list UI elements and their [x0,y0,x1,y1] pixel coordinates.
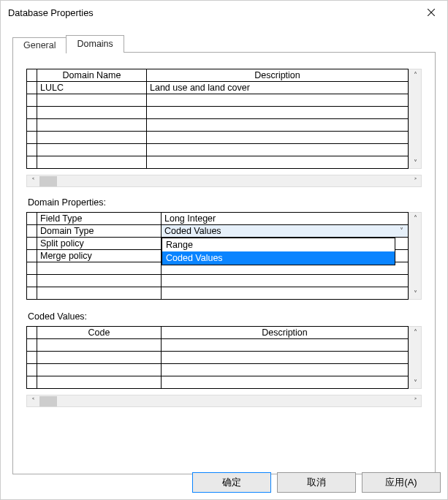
table-row[interactable]: LULCLand use and land cover [27,82,409,94]
table-row[interactable] [27,107,409,119]
tab-general[interactable]: General [12,37,67,53]
merge-policy-label-cell: Merge policy [37,250,162,262]
domain-properties-label: Domain Properties: [28,197,422,208]
field-type-value-cell[interactable]: Long Integer [162,213,409,225]
field-type-label-cell: Field Type [37,213,162,225]
dropdown-option-coded-values[interactable]: Coded Values [162,251,395,265]
scroll-up-icon[interactable]: ˄ [409,69,421,80]
coded-values-table[interactable]: Code Description [26,326,409,389]
domain-desc-cell[interactable]: Land use and land cover [147,82,409,94]
tab-strip: General Domains [12,34,436,52]
domain-name-cell[interactable]: LULC [37,82,147,94]
content-area: General Domains Domain Name Description … [1,24,447,474]
table-row[interactable] [27,94,409,107]
table-row[interactable] [27,144,409,156]
table-row[interactable] [27,376,409,389]
coded-values-label: Coded Values: [28,311,422,322]
tab-domains[interactable]: Domains [66,35,124,53]
properties-vertical-scrollbar[interactable]: ˄ ˅ [409,212,422,300]
table-row[interactable] [27,275,409,287]
split-policy-label-cell: Split policy [37,238,162,250]
domain-type-combobox[interactable]: Coded Values ˅ [162,225,409,238]
scrollbar-thumb[interactable] [39,176,57,186]
dropdown-option-range[interactable]: Range [162,238,395,251]
coded-vertical-scrollbar[interactable]: ˄ ˅ [409,326,422,389]
scroll-left-icon[interactable]: ˂ [27,395,39,406]
scroll-right-icon[interactable]: ˃ [409,175,421,186]
domain-type-row[interactable]: Domain Type Coded Values ˅ [27,225,409,238]
domains-grid: Domain Name Description LULCLand use and… [26,69,422,169]
table-row[interactable] [27,156,409,169]
scroll-up-icon[interactable]: ˄ [409,327,421,338]
cancel-button[interactable]: 取消 [277,472,356,493]
domains-col-desc: Description [147,69,409,82]
table-row[interactable] [27,119,409,132]
ok-button[interactable]: 确定 [192,472,271,493]
table-row[interactable] [27,364,409,376]
table-row[interactable] [27,352,409,364]
domain-type-dropdown[interactable]: Range Coded Values [162,238,395,265]
domain-type-label-cell: Domain Type [37,225,162,238]
table-row[interactable] [27,132,409,144]
apply-button[interactable]: 应用(A) [362,472,441,493]
scroll-right-icon[interactable]: ˃ [409,395,421,406]
close-button[interactable] [415,1,447,23]
scroll-down-icon[interactable]: ˅ [409,157,421,168]
field-type-row[interactable]: Field Type Long Integer [27,213,409,225]
domains-vertical-scrollbar[interactable]: ˄ ˅ [409,69,422,169]
tab-body-domains: Domain Name Description LULCLand use and… [12,52,436,474]
domain-type-value: Coded Values [162,225,408,237]
scroll-up-icon[interactable]: ˄ [409,213,421,224]
title-bar: Database Properties [1,1,447,24]
scroll-left-icon[interactable]: ˂ [27,175,39,186]
chevron-down-icon[interactable]: ˅ [395,225,408,237]
coded-col-code: Code [37,327,162,339]
close-icon [428,9,435,16]
coded-col-desc: Description [162,327,409,339]
coded-horizontal-scrollbar[interactable]: ˂ ˃ [26,395,422,407]
scroll-down-icon[interactable]: ˅ [409,377,421,388]
scrollbar-thumb[interactable] [39,396,57,406]
domain-properties-grid: Field Type Long Integer Domain Type Code… [26,212,422,300]
dialog-buttons: 确定 取消 应用(A) [192,472,441,493]
table-row[interactable] [27,339,409,352]
scroll-down-icon[interactable]: ˅ [409,288,421,299]
coded-corner-cell [27,327,37,339]
domains-table[interactable]: Domain Name Description LULCLand use and… [26,69,409,169]
domains-corner-cell [27,69,37,82]
coded-values-grid: Code Description ˄ ˅ [26,326,422,389]
domains-horizontal-scrollbar[interactable]: ˂ ˃ [26,175,422,187]
window-title: Database Properties [8,7,94,18]
domains-col-name: Domain Name [37,69,147,82]
table-row[interactable] [27,287,409,300]
